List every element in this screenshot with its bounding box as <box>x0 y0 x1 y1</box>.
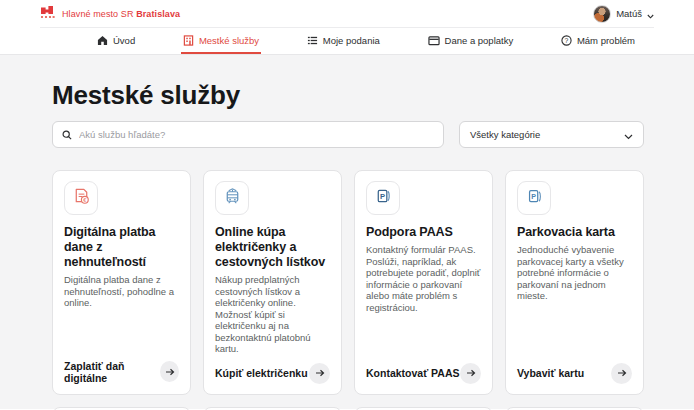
svg-text:P: P <box>531 192 536 200</box>
card-title: Digitálna platba dane z nehnuteľností <box>64 225 179 270</box>
home-icon <box>97 35 108 46</box>
service-card-mesto-pre-deti[interactable]: Mesto pre deti <box>354 407 493 410</box>
service-card-digitalna-platba[interactable]: € Digitálna platba dane z nehnuteľností … <box>52 170 191 395</box>
service-card-elektricenka[interactable]: Online kúpa električenky a cestovných lí… <box>203 170 342 395</box>
chevron-down-icon <box>647 5 654 23</box>
search-input[interactable] <box>79 129 434 140</box>
card-action-label: Kúpiť električenku <box>215 367 308 379</box>
arrow-right-button[interactable] <box>309 363 330 384</box>
card-action-label: Vybaviť kartu <box>517 367 584 379</box>
arrow-right-button[interactable] <box>611 363 632 384</box>
brand-name: Hlavné mesto SR Bratislava <box>62 9 180 19</box>
user-menu[interactable]: Matúš <box>593 5 654 23</box>
card-title: Podpora PAAS <box>366 225 481 240</box>
nav-item-moje-podania[interactable]: Moje podania <box>305 28 382 54</box>
icon-tile: € <box>64 181 98 215</box>
search-icon <box>62 126 72 144</box>
filter-bar: Všetky kategórie <box>52 121 644 148</box>
card-footer: Kontaktovať PAAS <box>366 355 481 384</box>
page-title: Mestské služby <box>52 81 694 109</box>
svg-text:?: ? <box>564 36 568 43</box>
card-description: Kontaktný formulár PAAS. Poslúži, naprík… <box>366 244 481 313</box>
parking-card-icon: P <box>525 187 544 210</box>
card-footer: Vybaviť kartu <box>517 355 632 384</box>
service-card-odtiahli-mi-auto[interactable]: Odtiahli mi auto <box>203 407 342 410</box>
category-dropdown-value: Všetky kategórie <box>470 129 540 140</box>
icon-tile: P <box>517 181 551 215</box>
card-footer: Kúpiť električenku <box>215 355 330 384</box>
svg-text:P: P <box>380 191 385 200</box>
icon-tile: P <box>366 181 400 215</box>
card-description: Nákup predplatných cestovných lístkov a … <box>215 274 330 355</box>
bratislava-castle-icon <box>40 5 56 23</box>
user-name: Matúš <box>616 8 642 19</box>
service-card-parkovacia-karta[interactable]: P Parkovacia karta Jednoduché vybavenie … <box>505 170 644 395</box>
service-card-registracia-do-kniznice[interactable]: Registrácia do knižnice <box>52 407 191 410</box>
card-action-label: Kontaktovať PAAS <box>366 367 460 379</box>
card-footer: Zaplatiť daň digitálne <box>64 352 179 384</box>
card-title: Parkovacia karta <box>517 225 632 240</box>
building-icon <box>183 35 194 46</box>
services-grid: € Digitálna platba dane z nehnuteľností … <box>52 170 644 410</box>
service-card-10000-stromov[interactable]: 10 000 stromov <box>505 407 644 410</box>
tram-icon <box>223 187 242 210</box>
top-header: Hlavné mesto SR Bratislava Matúš <box>40 0 654 28</box>
nav-item-mam-problem[interactable]: ? Mám problém <box>559 28 637 54</box>
category-dropdown[interactable]: Všetky kategórie <box>459 121 644 148</box>
icon-tile <box>215 181 249 215</box>
question-circle-icon: ? <box>561 35 572 46</box>
card-title: Online kúpa električenky a cestovných lí… <box>215 225 330 270</box>
avatar <box>593 5 611 23</box>
card-description: Jednoduché vybavenie parkovacej karty a … <box>517 244 632 302</box>
nav-item-dane-a-poplatky[interactable]: Dane a poplatky <box>426 28 516 54</box>
nav-item-uvod[interactable]: Úvod <box>95 28 137 54</box>
arrow-right-button[interactable] <box>460 363 481 384</box>
nav-item-mestske-sluzby[interactable]: Mestké služby <box>181 28 261 54</box>
service-search <box>52 121 444 148</box>
chevron-down-icon <box>624 126 633 144</box>
arrow-right-button[interactable] <box>160 361 179 382</box>
card-action-label: Zaplatiť daň digitálne <box>64 360 160 384</box>
service-card-podpora-paas[interactable]: P Podpora PAAS Kontaktný formulár PAAS. … <box>354 170 493 395</box>
card-description: Digitálna platba dane z nehnuteľností, p… <box>64 274 179 309</box>
main-content: Mestské služby Všetky kategórie <box>0 55 694 409</box>
parking-support-icon: P <box>374 187 393 210</box>
document-coin-icon: € <box>72 187 91 210</box>
main-nav: Úvod Mestké služby Moje podania <box>0 28 694 55</box>
brand-logo[interactable]: Hlavné mesto SR Bratislava <box>40 5 180 23</box>
list-icon <box>307 35 318 46</box>
wallet-icon <box>428 35 440 46</box>
